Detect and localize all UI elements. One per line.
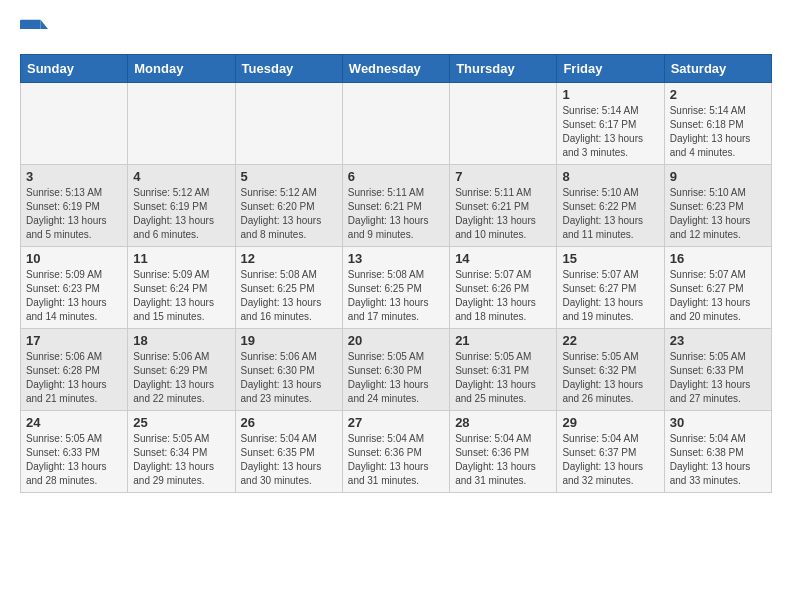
calendar-cell: 6Sunrise: 5:11 AMSunset: 6:21 PMDaylight… — [342, 165, 449, 247]
calendar-cell — [128, 83, 235, 165]
day-number: 28 — [455, 415, 551, 430]
day-info: Sunrise: 5:06 AMSunset: 6:30 PMDaylight:… — [241, 350, 337, 406]
day-info: Sunrise: 5:12 AMSunset: 6:20 PMDaylight:… — [241, 186, 337, 242]
calendar-week-1: 1Sunrise: 5:14 AMSunset: 6:17 PMDaylight… — [21, 83, 772, 165]
calendar-cell: 16Sunrise: 5:07 AMSunset: 6:27 PMDayligh… — [664, 247, 771, 329]
day-info: Sunrise: 5:13 AMSunset: 6:19 PMDaylight:… — [26, 186, 122, 242]
calendar-cell — [21, 83, 128, 165]
svg-rect-1 — [20, 20, 41, 29]
day-number: 9 — [670, 169, 766, 184]
day-info: Sunrise: 5:05 AMSunset: 6:33 PMDaylight:… — [670, 350, 766, 406]
day-info: Sunrise: 5:08 AMSunset: 6:25 PMDaylight:… — [241, 268, 337, 324]
calendar-cell — [342, 83, 449, 165]
calendar-cell: 24Sunrise: 5:05 AMSunset: 6:33 PMDayligh… — [21, 411, 128, 493]
day-info: Sunrise: 5:05 AMSunset: 6:33 PMDaylight:… — [26, 432, 122, 488]
day-number: 13 — [348, 251, 444, 266]
calendar-cell: 17Sunrise: 5:06 AMSunset: 6:28 PMDayligh… — [21, 329, 128, 411]
day-info: Sunrise: 5:04 AMSunset: 6:37 PMDaylight:… — [562, 432, 658, 488]
day-info: Sunrise: 5:05 AMSunset: 6:31 PMDaylight:… — [455, 350, 551, 406]
day-info: Sunrise: 5:06 AMSunset: 6:28 PMDaylight:… — [26, 350, 122, 406]
calendar-cell: 3Sunrise: 5:13 AMSunset: 6:19 PMDaylight… — [21, 165, 128, 247]
calendar-cell: 18Sunrise: 5:06 AMSunset: 6:29 PMDayligh… — [128, 329, 235, 411]
calendar-cell: 20Sunrise: 5:05 AMSunset: 6:30 PMDayligh… — [342, 329, 449, 411]
day-number: 24 — [26, 415, 122, 430]
day-number: 26 — [241, 415, 337, 430]
calendar-cell: 23Sunrise: 5:05 AMSunset: 6:33 PMDayligh… — [664, 329, 771, 411]
header-thursday: Thursday — [450, 55, 557, 83]
day-info: Sunrise: 5:04 AMSunset: 6:36 PMDaylight:… — [348, 432, 444, 488]
day-info: Sunrise: 5:05 AMSunset: 6:30 PMDaylight:… — [348, 350, 444, 406]
day-info: Sunrise: 5:11 AMSunset: 6:21 PMDaylight:… — [348, 186, 444, 242]
header-monday: Monday — [128, 55, 235, 83]
calendar-cell: 25Sunrise: 5:05 AMSunset: 6:34 PMDayligh… — [128, 411, 235, 493]
calendar-cell: 12Sunrise: 5:08 AMSunset: 6:25 PMDayligh… — [235, 247, 342, 329]
header-saturday: Saturday — [664, 55, 771, 83]
day-number: 30 — [670, 415, 766, 430]
header-friday: Friday — [557, 55, 664, 83]
day-info: Sunrise: 5:12 AMSunset: 6:19 PMDaylight:… — [133, 186, 229, 242]
calendar-cell: 13Sunrise: 5:08 AMSunset: 6:25 PMDayligh… — [342, 247, 449, 329]
calendar-cell: 10Sunrise: 5:09 AMSunset: 6:23 PMDayligh… — [21, 247, 128, 329]
day-info: Sunrise: 5:06 AMSunset: 6:29 PMDaylight:… — [133, 350, 229, 406]
day-number: 1 — [562, 87, 658, 102]
day-number: 15 — [562, 251, 658, 266]
day-info: Sunrise: 5:04 AMSunset: 6:38 PMDaylight:… — [670, 432, 766, 488]
day-info: Sunrise: 5:05 AMSunset: 6:32 PMDaylight:… — [562, 350, 658, 406]
day-info: Sunrise: 5:07 AMSunset: 6:27 PMDaylight:… — [562, 268, 658, 324]
day-number: 10 — [26, 251, 122, 266]
day-number: 11 — [133, 251, 229, 266]
day-info: Sunrise: 5:11 AMSunset: 6:21 PMDaylight:… — [455, 186, 551, 242]
day-info: Sunrise: 5:05 AMSunset: 6:34 PMDaylight:… — [133, 432, 229, 488]
svg-marker-0 — [41, 20, 48, 29]
day-number: 16 — [670, 251, 766, 266]
day-info: Sunrise: 5:14 AMSunset: 6:17 PMDaylight:… — [562, 104, 658, 160]
day-info: Sunrise: 5:09 AMSunset: 6:23 PMDaylight:… — [26, 268, 122, 324]
day-number: 12 — [241, 251, 337, 266]
day-number: 22 — [562, 333, 658, 348]
header-tuesday: Tuesday — [235, 55, 342, 83]
calendar-week-3: 10Sunrise: 5:09 AMSunset: 6:23 PMDayligh… — [21, 247, 772, 329]
calendar-cell: 27Sunrise: 5:04 AMSunset: 6:36 PMDayligh… — [342, 411, 449, 493]
calendar-week-5: 24Sunrise: 5:05 AMSunset: 6:33 PMDayligh… — [21, 411, 772, 493]
day-number: 2 — [670, 87, 766, 102]
day-info: Sunrise: 5:10 AMSunset: 6:23 PMDaylight:… — [670, 186, 766, 242]
calendar-cell: 11Sunrise: 5:09 AMSunset: 6:24 PMDayligh… — [128, 247, 235, 329]
calendar-cell: 4Sunrise: 5:12 AMSunset: 6:19 PMDaylight… — [128, 165, 235, 247]
day-number: 4 — [133, 169, 229, 184]
day-info: Sunrise: 5:07 AMSunset: 6:27 PMDaylight:… — [670, 268, 766, 324]
calendar-cell: 14Sunrise: 5:07 AMSunset: 6:26 PMDayligh… — [450, 247, 557, 329]
day-number: 3 — [26, 169, 122, 184]
day-info: Sunrise: 5:04 AMSunset: 6:35 PMDaylight:… — [241, 432, 337, 488]
day-info: Sunrise: 5:08 AMSunset: 6:25 PMDaylight:… — [348, 268, 444, 324]
calendar-cell: 26Sunrise: 5:04 AMSunset: 6:35 PMDayligh… — [235, 411, 342, 493]
day-number: 23 — [670, 333, 766, 348]
day-number: 21 — [455, 333, 551, 348]
calendar-cell: 7Sunrise: 5:11 AMSunset: 6:21 PMDaylight… — [450, 165, 557, 247]
calendar-cell: 22Sunrise: 5:05 AMSunset: 6:32 PMDayligh… — [557, 329, 664, 411]
day-info: Sunrise: 5:09 AMSunset: 6:24 PMDaylight:… — [133, 268, 229, 324]
calendar-cell: 19Sunrise: 5:06 AMSunset: 6:30 PMDayligh… — [235, 329, 342, 411]
day-info: Sunrise: 5:14 AMSunset: 6:18 PMDaylight:… — [670, 104, 766, 160]
day-info: Sunrise: 5:10 AMSunset: 6:22 PMDaylight:… — [562, 186, 658, 242]
logo — [20, 16, 52, 44]
calendar-cell: 5Sunrise: 5:12 AMSunset: 6:20 PMDaylight… — [235, 165, 342, 247]
day-number: 18 — [133, 333, 229, 348]
day-number: 8 — [562, 169, 658, 184]
calendar-cell — [450, 83, 557, 165]
day-number: 6 — [348, 169, 444, 184]
calendar-cell: 29Sunrise: 5:04 AMSunset: 6:37 PMDayligh… — [557, 411, 664, 493]
logo-icon — [20, 16, 48, 44]
calendar-week-2: 3Sunrise: 5:13 AMSunset: 6:19 PMDaylight… — [21, 165, 772, 247]
calendar-cell — [235, 83, 342, 165]
day-number: 19 — [241, 333, 337, 348]
day-number: 17 — [26, 333, 122, 348]
day-number: 29 — [562, 415, 658, 430]
header-sunday: Sunday — [21, 55, 128, 83]
day-number: 14 — [455, 251, 551, 266]
calendar-cell: 9Sunrise: 5:10 AMSunset: 6:23 PMDaylight… — [664, 165, 771, 247]
calendar-cell: 28Sunrise: 5:04 AMSunset: 6:36 PMDayligh… — [450, 411, 557, 493]
calendar-cell: 15Sunrise: 5:07 AMSunset: 6:27 PMDayligh… — [557, 247, 664, 329]
calendar-table: SundayMondayTuesdayWednesdayThursdayFrid… — [20, 54, 772, 493]
calendar-week-4: 17Sunrise: 5:06 AMSunset: 6:28 PMDayligh… — [21, 329, 772, 411]
calendar-header-row: SundayMondayTuesdayWednesdayThursdayFrid… — [21, 55, 772, 83]
